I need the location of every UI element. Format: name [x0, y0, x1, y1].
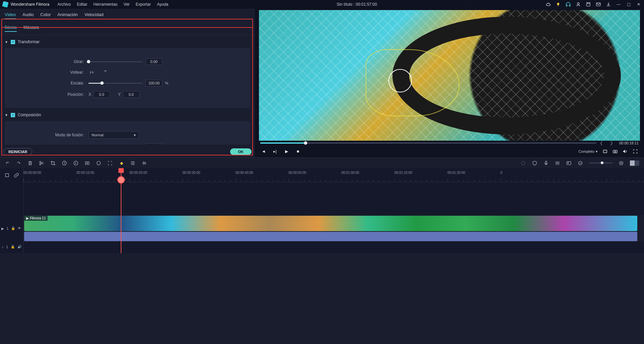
- ruler-tick: 00:00:20:00: [129, 171, 147, 175]
- menu-archivo[interactable]: Archivo: [57, 2, 71, 7]
- preview-viewport[interactable]: [259, 10, 640, 141]
- posicion-y-input[interactable]: [123, 91, 140, 98]
- escala-input[interactable]: [146, 80, 162, 86]
- speed-icon[interactable]: [62, 160, 67, 166]
- zoom-in-icon[interactable]: [619, 160, 624, 166]
- reset-button[interactable]: REINICIAR: [3, 148, 32, 155]
- close-button[interactable]: ✕: [636, 2, 641, 7]
- audio-waveform[interactable]: [24, 232, 637, 241]
- zoom-out-icon[interactable]: [578, 160, 583, 166]
- app-logo-icon: [2, 1, 9, 8]
- lock-icon[interactable]: 🔓: [11, 245, 15, 249]
- prev-frame-button[interactable]: ◄: [261, 149, 266, 154]
- media-icon[interactable]: [566, 160, 572, 166]
- subtab-basica[interactable]: Básica: [5, 25, 17, 32]
- download-icon[interactable]: [606, 2, 611, 7]
- redo-icon[interactable]: ↷: [16, 160, 21, 166]
- tab-animacion[interactable]: Animación: [57, 12, 78, 19]
- opacidad-label: Opacidad:: [11, 144, 89, 145]
- cloud-icon[interactable]: [545, 2, 551, 7]
- modo-fusion-value: Normal: [92, 133, 103, 137]
- menu-herramientas[interactable]: Herramientas: [94, 2, 118, 7]
- headphones-icon[interactable]: [566, 2, 571, 7]
- snapping-icon[interactable]: [4, 173, 10, 178]
- tab-audio[interactable]: Audio: [22, 12, 34, 19]
- mixer-icon[interactable]: [555, 160, 560, 166]
- split-icon[interactable]: [39, 160, 44, 166]
- escala-slider[interactable]: [89, 83, 142, 84]
- crop-icon[interactable]: [50, 160, 56, 166]
- composicion-checkbox[interactable]: ✓: [11, 113, 15, 117]
- delete-icon[interactable]: [28, 160, 33, 166]
- playhead[interactable]: [121, 168, 121, 253]
- mic-icon[interactable]: [543, 160, 549, 166]
- maximize-button[interactable]: ▢: [626, 2, 631, 7]
- marker-icon[interactable]: [96, 160, 101, 166]
- audio-sync-icon[interactable]: [142, 160, 147, 166]
- mute-icon[interactable]: 🔊: [17, 245, 21, 249]
- snapshot-icon[interactable]: [612, 149, 618, 154]
- link-icon[interactable]: [14, 173, 19, 178]
- play-button[interactable]: ▶: [284, 149, 289, 154]
- preview-timecode: 00:00:18:11: [619, 141, 639, 145]
- svg-rect-6: [613, 150, 617, 153]
- section-composicion-header[interactable]: ▼ ✓ Composición: [5, 111, 250, 119]
- properties-panel: Video Audio Color Animación Velocidad Bá…: [0, 9, 255, 157]
- svg-rect-5: [603, 150, 607, 153]
- video-track-header[interactable]: ▶ 1 🔓 👁: [0, 215, 23, 242]
- menu-editar[interactable]: Editar: [77, 2, 87, 7]
- video-clip[interactable]: ▶ Filmora 11: [24, 216, 637, 231]
- menu-exportar[interactable]: Exportar: [136, 2, 151, 7]
- minimize-button[interactable]: —: [616, 2, 621, 7]
- tab-velocidad[interactable]: Velocidad: [85, 12, 103, 19]
- stop-button[interactable]: ■: [295, 149, 301, 154]
- export-frame-icon[interactable]: [85, 160, 90, 166]
- flip-horizontal-icon[interactable]: [89, 70, 95, 75]
- video-track[interactable]: ▶ Filmora 11: [23, 215, 644, 242]
- undo-icon[interactable]: ↶: [5, 160, 10, 166]
- section-transformar-header[interactable]: ▼ ✓ Transformar: [5, 38, 250, 46]
- mix-icon[interactable]: [521, 160, 526, 166]
- subtab-mascara[interactable]: Máscara: [23, 25, 39, 32]
- display-mode-select[interactable]: Completo ▾: [579, 149, 598, 154]
- tab-video[interactable]: Video: [5, 12, 16, 19]
- svg-point-14: [522, 161, 525, 165]
- render-icon[interactable]: [602, 149, 608, 154]
- preview-scrubber[interactable]: [260, 142, 596, 144]
- transformar-checkbox[interactable]: ✓: [11, 40, 15, 44]
- view-toggle[interactable]: [630, 160, 639, 166]
- frame-next-icon[interactable]: ❯: [610, 141, 613, 145]
- bulb-icon[interactable]: [555, 2, 561, 7]
- timeline-body[interactable]: 00:00:00:00 00:00:10:00 00:00:20:00 00:0…: [23, 168, 644, 253]
- user-icon[interactable]: [576, 2, 581, 7]
- fullscreen-icon[interactable]: [633, 149, 638, 154]
- girar-slider[interactable]: [89, 61, 142, 62]
- eye-icon[interactable]: 👁: [18, 226, 22, 230]
- escala-unit: %: [165, 81, 168, 85]
- volume-icon[interactable]: [623, 149, 628, 154]
- opacidad-input[interactable]: [146, 143, 162, 145]
- mail-icon[interactable]: [596, 2, 601, 7]
- girar-input[interactable]: [146, 58, 162, 65]
- svg-rect-15: [545, 161, 547, 164]
- modo-fusion-select[interactable]: Normal ▾: [89, 131, 139, 139]
- keyframe-icon[interactable]: ◆: [119, 160, 124, 166]
- ok-button[interactable]: OK: [230, 148, 252, 155]
- shield-icon[interactable]: [532, 160, 537, 166]
- flip-vertical-icon[interactable]: [102, 70, 109, 75]
- adjust-icon[interactable]: [130, 160, 136, 166]
- audio-track[interactable]: [23, 243, 644, 253]
- svg-point-17: [568, 162, 569, 163]
- menu-ayuda[interactable]: Ayuda: [157, 2, 168, 7]
- speed2-icon[interactable]: [73, 160, 78, 166]
- next-frame-button[interactable]: ▸|: [272, 149, 278, 154]
- lock-icon[interactable]: 🔓: [11, 226, 15, 230]
- tab-color[interactable]: Color: [40, 12, 51, 19]
- posicion-x-input[interactable]: [93, 91, 110, 98]
- audio-track-header[interactable]: ♪ 1 🔓 🔊: [0, 242, 23, 252]
- zoom-slider[interactable]: [589, 162, 612, 163]
- save-icon[interactable]: [586, 2, 591, 7]
- menu-ver[interactable]: Ver: [124, 2, 130, 7]
- detect-icon[interactable]: [107, 160, 113, 166]
- frame-prev-icon[interactable]: ❮: [600, 141, 603, 145]
